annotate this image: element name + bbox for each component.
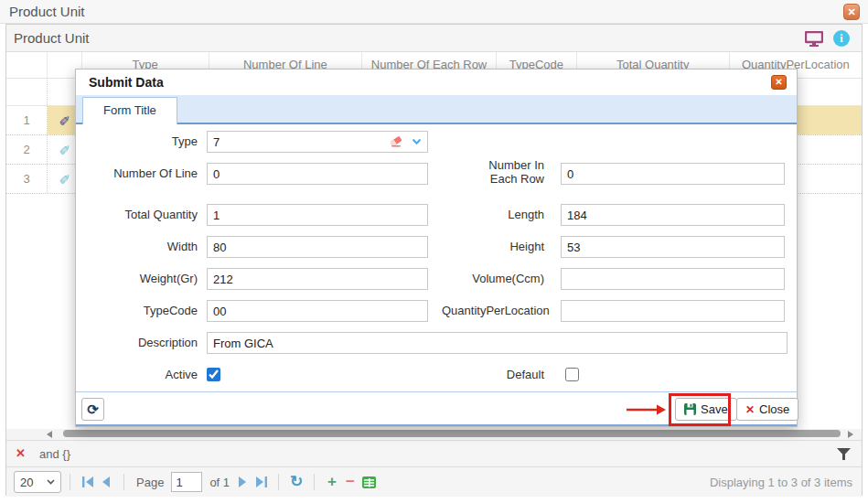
remove-icon[interactable]: − xyxy=(341,473,359,491)
volume-input[interactable] xyxy=(561,268,785,290)
weight-label: Weight(Gr) xyxy=(83,268,198,290)
description-input[interactable] xyxy=(207,332,788,354)
window-title-bar: Product Unit ✕ xyxy=(0,0,868,24)
tab-form-title[interactable]: Form Title xyxy=(82,97,177,124)
red-arrow-annotation xyxy=(627,403,667,416)
type-combobox[interactable] xyxy=(207,131,428,153)
close-icon: ✕ xyxy=(847,6,855,17)
refresh-icon[interactable]: ↻ xyxy=(287,473,305,491)
grid-header-rownum xyxy=(6,52,48,78)
length-label: Length xyxy=(442,204,544,226)
dialog-title: Submit Data xyxy=(89,75,164,90)
paging-toolbar: 20 Page of 1 ↻ + − xyxy=(6,467,862,497)
window-close-button[interactable]: ✕ xyxy=(843,4,860,20)
clear-filter-icon[interactable]: ✕ xyxy=(16,446,26,460)
description-label: Description xyxy=(83,332,198,354)
filter-expression: and {} xyxy=(39,447,70,461)
add-icon[interactable]: + xyxy=(323,473,341,491)
row-number: 1 xyxy=(6,106,48,134)
save-button[interactable]: Save xyxy=(675,398,737,421)
volume-label: Volume(Ccm) xyxy=(442,268,544,290)
width-input[interactable] xyxy=(207,236,428,258)
number-of-line-input[interactable] xyxy=(207,163,428,185)
filter-bar: ✕ and {} xyxy=(6,440,862,467)
application-window: Product Unit ✕ Product Unit i Type Numbe… xyxy=(0,0,868,503)
page-count-label: of 1 xyxy=(209,476,230,489)
clear-icon[interactable] xyxy=(390,135,402,147)
typecode-input[interactable] xyxy=(207,300,428,322)
window-title: Product Unit xyxy=(9,4,85,19)
default-label: Default xyxy=(442,364,544,386)
total-quantity-label: Total Quantity xyxy=(83,204,198,226)
edit-icon: ✎ xyxy=(59,106,70,134)
info-icon[interactable]: i xyxy=(833,30,850,47)
quantity-per-location-label: QuantityPerLocation xyxy=(442,300,544,322)
width-label: Width xyxy=(83,236,198,258)
first-page-icon[interactable] xyxy=(79,473,97,491)
weight-input[interactable] xyxy=(207,268,428,290)
next-page-icon[interactable] xyxy=(233,473,252,491)
filter-icon[interactable] xyxy=(837,448,851,460)
scrollbar-thumb[interactable] xyxy=(63,430,841,437)
refresh-icon: ⟳ xyxy=(87,401,99,418)
close-icon: ✕ xyxy=(775,77,782,87)
height-input[interactable] xyxy=(561,236,785,258)
type-label: Type xyxy=(83,131,198,153)
active-label: Active xyxy=(83,364,198,386)
chevron-down-icon[interactable] xyxy=(412,138,422,145)
last-page-icon[interactable] xyxy=(252,473,270,491)
total-quantity-input[interactable] xyxy=(207,204,428,226)
dialog-footer: ⟳ Save ✕ Close xyxy=(76,391,797,426)
page-label: Page xyxy=(136,476,164,489)
horizontal-scrollbar[interactable] xyxy=(6,429,862,440)
save-icon xyxy=(684,403,696,415)
number-in-each-row-input[interactable] xyxy=(561,163,785,185)
edit-icon: ✎ xyxy=(59,165,70,193)
quantity-per-location-input[interactable] xyxy=(561,300,785,322)
height-label: Height xyxy=(442,236,544,258)
panel-title: Product Unit xyxy=(14,30,90,46)
panel-header: Product Unit i xyxy=(6,25,862,52)
page-number-input[interactable] xyxy=(171,472,202,492)
typecode-label: TypeCode xyxy=(83,300,198,322)
edit-icon: ✎ xyxy=(59,135,70,164)
status-text: Displaying 1 to 3 of 3 items xyxy=(710,476,854,489)
chevron-down-icon xyxy=(47,479,55,485)
close-button[interactable]: ✕ Close xyxy=(736,398,798,421)
scroll-right-icon[interactable] xyxy=(848,431,853,438)
tab-strip: Form Title xyxy=(76,95,797,124)
reset-button[interactable]: ⟳ xyxy=(81,398,104,421)
dialog-close-button[interactable]: ✕ xyxy=(771,75,787,90)
length-input[interactable] xyxy=(561,204,785,226)
submit-data-dialog: Submit Data ✕ Form Title Type Number Of … xyxy=(75,69,798,427)
scroll-left-icon[interactable] xyxy=(47,431,52,438)
monitor-icon[interactable] xyxy=(805,31,823,47)
row-number: 3 xyxy=(6,165,48,193)
grid-view-icon[interactable] xyxy=(359,473,378,491)
number-in-each-row-label: Number In Each Row xyxy=(482,158,544,186)
page-size-select[interactable]: 20 xyxy=(14,471,61,493)
active-checkbox[interactable] xyxy=(207,368,220,381)
close-x-icon: ✕ xyxy=(745,403,755,416)
number-of-line-label: Number Of Line xyxy=(83,163,198,185)
prev-page-icon[interactable] xyxy=(97,473,115,491)
default-checkbox[interactable] xyxy=(565,368,579,381)
row-number: 2 xyxy=(6,135,48,164)
